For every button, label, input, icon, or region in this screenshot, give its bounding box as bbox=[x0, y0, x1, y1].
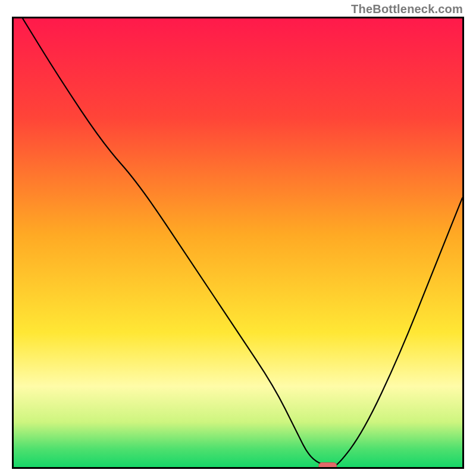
chart-plot-area bbox=[12, 17, 464, 469]
optimum-marker bbox=[319, 462, 337, 467]
bottleneck-curve bbox=[23, 18, 462, 467]
watermark-text: TheBottleneck.com bbox=[351, 2, 463, 16]
chart-curve-layer bbox=[14, 18, 462, 467]
